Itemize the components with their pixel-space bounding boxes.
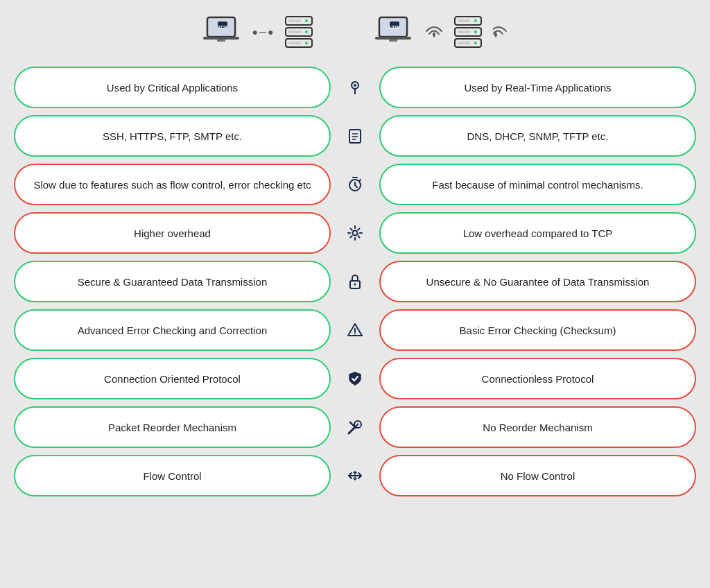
right-cell-4: Unsecure & No Guarantee of Data Transmis… [379,261,696,302]
svg-point-9 [305,19,308,22]
comparison-row-6: Connection Oriented Protocol Connectionl… [14,358,696,399]
svg-text:TCP: TCP [218,25,227,30]
icon-center-7 [334,418,376,436]
svg-text:UDP: UDP [390,25,400,30]
svg-rect-12 [288,19,301,22]
left-cell-8: Flow Control [14,455,331,496]
comparison-row-3: Higher overhead Low overhead compared to… [14,212,696,254]
svg-rect-5 [217,40,225,42]
icon-center-2 [334,176,376,193]
comparison-row-2: Slow due to features such as flow contro… [14,164,696,205]
comparison-row-5: Advanced Error Checking and Correction B… [14,309,696,351]
svg-rect-28 [458,31,470,33]
right-cell-6: Connectionless Protocol [379,358,696,399]
comparison-row-8: Flow Control No Flow Control [14,455,696,496]
tcp-laptop-icon: TCP [202,15,247,49]
comparison-row-7: Packet Reorder Mechanism No Reorder Mech… [14,406,696,448]
icon-center-5 [334,322,376,338]
comparison-row-0: Used by Critical Applications Used by Re… [14,67,696,108]
svg-point-37 [353,231,358,236]
svg-rect-19 [375,37,411,40]
left-cell-7: Packet Reorder Mechanism [14,406,331,448]
svg-rect-27 [458,19,470,22]
left-cell-4: Secure & Guaranteed Data Transmission [14,261,331,302]
left-cell-0: Used by Critical Applications [14,67,331,108]
svg-rect-14 [288,42,301,44]
icon-center-6 [334,370,376,387]
svg-line-44 [356,424,358,426]
left-cell-1: SSH, HTTPS, FTP, SMTP etc. [14,115,331,157]
right-cell-7: No Reorder Mechanism [379,406,696,448]
svg-point-41 [354,334,356,335]
svg-point-11 [305,42,308,44]
svg-point-10 [305,31,308,33]
svg-point-24 [474,19,477,22]
svg-rect-29 [458,42,470,44]
svg-rect-13 [288,31,301,33]
icon-center-8 [334,466,376,485]
tcp-server-icon [280,14,318,50]
right-cell-5: Basic Error Checking (Checksum) [379,309,696,351]
right-cell-8: No Flow Control [379,455,696,496]
svg-point-26 [474,42,477,44]
page-header: TCP ●─● UDP [14,14,696,50]
comparison-table: Used by Critical Applications Used by Re… [14,67,696,496]
left-cell-6: Connection Oriented Protocol [14,358,331,399]
udp-server-icon [449,14,487,50]
icon-center-4 [334,273,376,290]
svg-point-25 [474,31,477,33]
svg-point-31 [354,84,356,87]
wifi-signal-icon [424,22,444,42]
udp-laptop-icon: UDP [374,15,419,49]
svg-rect-20 [389,40,397,42]
left-cell-5: Advanced Error Checking and Correction [14,309,331,351]
icon-center-1 [334,128,376,144]
udp-section: UDP [374,14,508,50]
wifi-signal-right-icon [493,22,508,42]
svg-point-39 [354,284,356,286]
right-cell-1: DNS, DHCP, SNMP, TFTP etc. [379,115,696,157]
icon-center-3 [334,225,376,241]
right-cell-2: Fast because of minimal control mechanis… [379,164,696,205]
cable-icon: ●─● [252,26,275,37]
right-cell-3: Low overhead compared to TCP [379,212,696,254]
left-cell-2: Slow due to features such as flow contro… [14,164,331,205]
right-cell-0: Used by Real-Time Applications [379,67,696,108]
icon-center-0 [334,79,376,96]
comparison-row-1: SSH, HTTPS, FTP, SMTP etc. DNS, DHCP, SN… [14,115,696,157]
left-cell-3: Higher overhead [14,212,331,254]
tcp-section: TCP ●─● [202,14,319,50]
svg-rect-4 [203,37,239,40]
comparison-row-4: Secure & Guaranteed Data Transmission Un… [14,261,696,302]
